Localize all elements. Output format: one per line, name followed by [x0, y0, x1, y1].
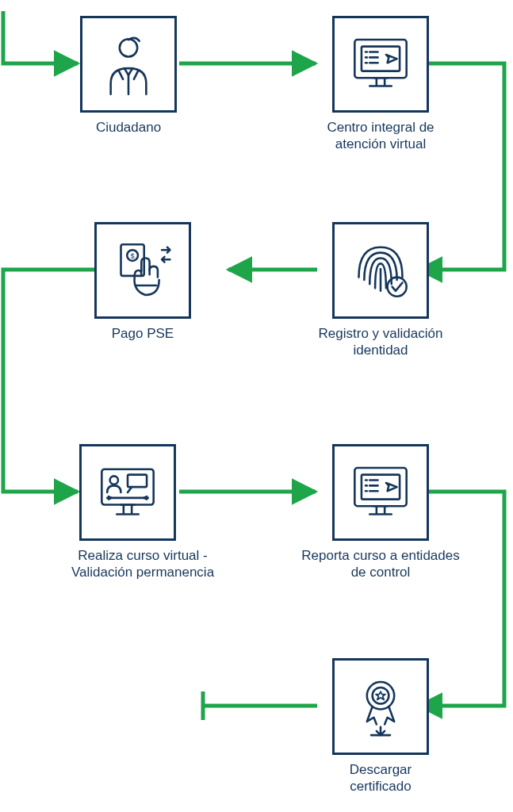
step-label: Reporta curso a entidades de control	[293, 547, 468, 581]
step-box	[332, 658, 429, 755]
step-descargar-certificado: Descargar certificado	[317, 658, 444, 795]
step-ciudadano: Ciudadano	[79, 16, 178, 136]
certificate-icon	[346, 672, 415, 741]
step-label: Ciudadano	[79, 119, 178, 136]
virtual-center-icon	[346, 30, 415, 98]
step-box: $	[94, 222, 191, 319]
step-registro-validacion: Registro y validación identidad	[293, 222, 468, 359]
step-label: Realiza curso virtual - Validación perma…	[48, 547, 238, 581]
step-pago-pse: $ Pago PSE	[79, 222, 206, 342]
fingerprint-icon	[346, 236, 415, 304]
payment-icon: $	[109, 236, 177, 304]
svg-point-0	[120, 39, 137, 56]
svg-point-26	[367, 682, 394, 709]
step-label: Centro integral de atención virtual	[301, 119, 460, 153]
virtual-course-icon	[94, 458, 162, 527]
svg-rect-2	[362, 47, 400, 71]
step-box	[332, 16, 429, 113]
step-reporta-curso: Reporta curso a entidades de control	[293, 444, 468, 581]
person-icon	[94, 30, 163, 98]
svg-rect-19	[362, 475, 400, 500]
step-box	[80, 16, 177, 113]
step-box	[332, 222, 429, 319]
step-label: Descargar certificado	[317, 761, 444, 795]
step-box	[79, 444, 176, 541]
svg-rect-16	[128, 475, 147, 487]
svg-point-15	[110, 476, 118, 484]
step-centro-integral: Centro integral de atención virtual	[301, 16, 460, 153]
step-label: Registro y validación identidad	[293, 325, 468, 359]
step-box	[332, 444, 429, 541]
report-icon	[346, 458, 415, 527]
svg-point-27	[373, 688, 389, 704]
step-curso-virtual: Realiza curso virtual - Validación perma…	[48, 444, 238, 581]
step-label: Pago PSE	[79, 325, 206, 342]
svg-text:$: $	[130, 251, 135, 260]
